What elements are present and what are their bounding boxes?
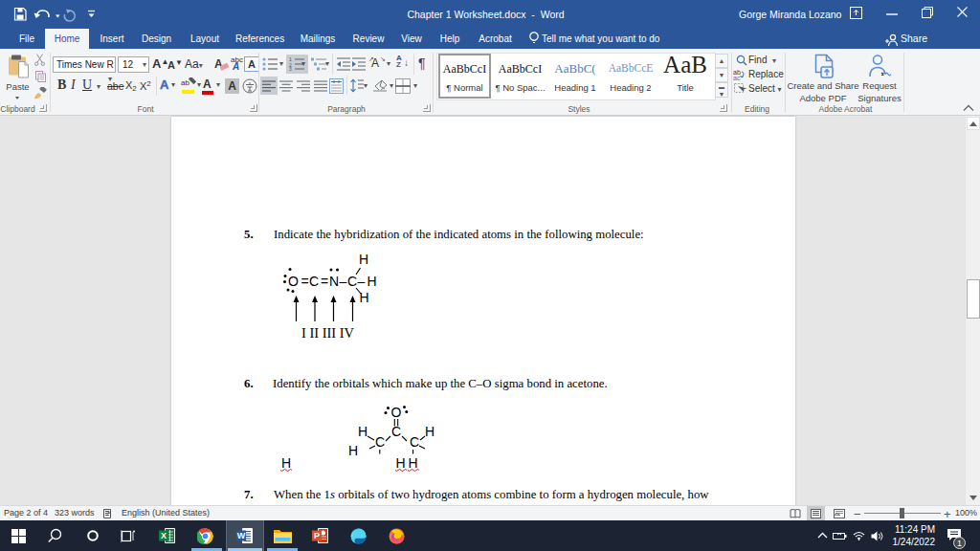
svg-text:ab: ab [181, 78, 189, 87]
svg-text:X: X [161, 531, 167, 540]
svg-text:C: C [309, 274, 319, 289]
svg-text:C: C [347, 274, 357, 289]
svg-text:O: O [288, 274, 299, 289]
svg-text:–: – [339, 274, 346, 289]
svg-text:H: H [395, 455, 405, 471]
svg-text:N: N [329, 274, 339, 289]
svg-text:3: 3 [289, 66, 292, 71]
svg-text:I II III IV: I II III IV [301, 325, 355, 341]
svg-text:–: – [358, 274, 366, 289]
svg-text:=: = [321, 274, 328, 289]
svg-text:O: O [391, 405, 402, 420]
svg-text:C: C [391, 424, 401, 439]
svg-text:H: H [359, 252, 368, 267]
svg-text:H: H [367, 274, 376, 289]
svg-text:C: C [375, 434, 385, 450]
svg-text:W: W [237, 531, 246, 540]
svg-text:H: H [408, 455, 417, 471]
svg-text:H: H [358, 424, 368, 439]
svg-text:=: = [301, 274, 308, 289]
svg-text:ac: ac [733, 75, 741, 80]
svg-text:P: P [314, 531, 320, 540]
svg-text:H: H [348, 443, 358, 458]
svg-text:H: H [425, 424, 434, 439]
svg-text:H: H [359, 290, 368, 305]
svg-text:H: H [281, 455, 291, 471]
svg-text:C: C [410, 434, 419, 450]
